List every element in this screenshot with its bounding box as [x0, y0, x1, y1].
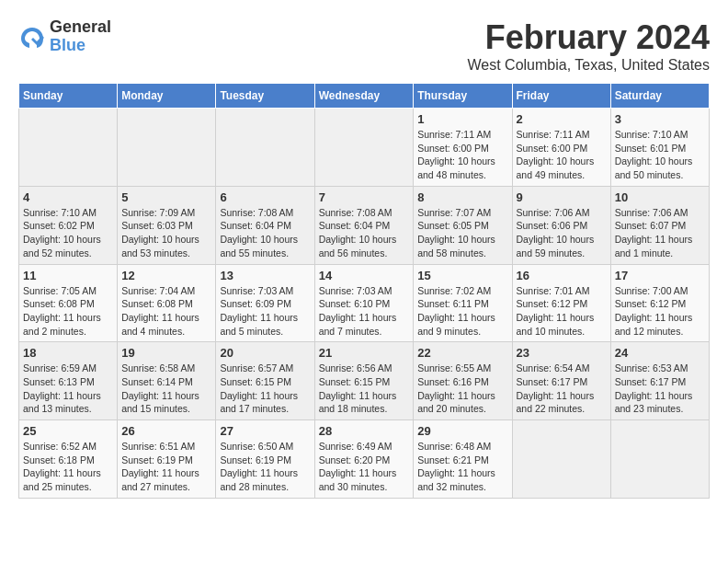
day-info: Sunrise: 6:51 AM Sunset: 6:19 PM Dayligh…	[121, 440, 211, 494]
weekday-header-thursday: Thursday	[414, 84, 512, 109]
logo-icon	[18, 23, 46, 51]
weekday-header-sunday: Sunday	[19, 84, 118, 109]
day-info: Sunrise: 6:57 AM Sunset: 6:15 PM Dayligh…	[220, 362, 310, 416]
day-number: 1	[417, 112, 507, 126]
calendar-cell: 14Sunrise: 7:03 AM Sunset: 6:10 PM Dayli…	[314, 264, 414, 342]
day-number: 8	[417, 190, 507, 204]
day-number: 24	[615, 346, 705, 360]
calendar-cell: 9Sunrise: 7:06 AM Sunset: 6:06 PM Daylig…	[512, 186, 610, 264]
calendar-week-5: 25Sunrise: 6:52 AM Sunset: 6:18 PM Dayli…	[19, 420, 710, 499]
month-year-title: February 2024	[467, 18, 710, 57]
calendar-cell: 23Sunrise: 6:54 AM Sunset: 6:17 PM Dayli…	[512, 342, 610, 420]
calendar-cell: 1Sunrise: 7:11 AM Sunset: 6:00 PM Daylig…	[414, 109, 512, 187]
day-number: 12	[121, 269, 211, 282]
day-number: 20	[220, 346, 310, 360]
weekday-header-wednesday: Wednesday	[314, 84, 414, 109]
day-info: Sunrise: 7:06 AM Sunset: 6:06 PM Dayligh…	[517, 206, 607, 260]
logo: General Blue	[18, 18, 111, 55]
day-info: Sunrise: 6:58 AM Sunset: 6:14 PM Dayligh…	[121, 362, 211, 416]
day-number: 18	[23, 346, 113, 360]
calendar-cell: 12Sunrise: 7:04 AM Sunset: 6:08 PM Dayli…	[118, 264, 216, 342]
calendar-cell	[216, 109, 314, 187]
calendar-cell: 29Sunrise: 6:48 AM Sunset: 6:21 PM Dayli…	[414, 420, 512, 499]
calendar-cell: 19Sunrise: 6:58 AM Sunset: 6:14 PM Dayli…	[118, 342, 216, 420]
day-number: 17	[615, 269, 705, 282]
calendar-cell: 10Sunrise: 7:06 AM Sunset: 6:07 PM Dayli…	[610, 186, 709, 264]
calendar-cell: 28Sunrise: 6:49 AM Sunset: 6:20 PM Dayli…	[314, 420, 414, 499]
logo-text: General Blue	[50, 18, 111, 55]
day-info: Sunrise: 7:05 AM Sunset: 6:08 PM Dayligh…	[23, 284, 113, 339]
day-info: Sunrise: 7:01 AM Sunset: 6:12 PM Dayligh…	[517, 284, 607, 339]
calendar-cell: 3Sunrise: 7:10 AM Sunset: 6:01 PM Daylig…	[610, 109, 709, 187]
day-info: Sunrise: 7:10 AM Sunset: 6:01 PM Dayligh…	[615, 128, 705, 182]
day-info: Sunrise: 6:56 AM Sunset: 6:15 PM Dayligh…	[319, 362, 410, 416]
day-info: Sunrise: 7:03 AM Sunset: 6:10 PM Dayligh…	[319, 284, 410, 339]
weekday-header-saturday: Saturday	[610, 84, 709, 109]
day-number: 27	[220, 424, 310, 438]
calendar-cell	[512, 420, 610, 499]
day-number: 11	[23, 269, 113, 282]
calendar-cell: 17Sunrise: 7:00 AM Sunset: 6:12 PM Dayli…	[610, 264, 709, 342]
calendar-cell: 24Sunrise: 6:53 AM Sunset: 6:17 PM Dayli…	[610, 342, 709, 420]
day-number: 22	[417, 346, 507, 360]
day-number: 10	[615, 190, 705, 204]
calendar-cell	[19, 109, 118, 187]
calendar-cell: 7Sunrise: 7:08 AM Sunset: 6:04 PM Daylig…	[314, 186, 414, 264]
calendar-cell: 11Sunrise: 7:05 AM Sunset: 6:08 PM Dayli…	[19, 264, 118, 342]
day-number: 6	[220, 190, 310, 204]
calendar-week-4: 18Sunrise: 6:59 AM Sunset: 6:13 PM Dayli…	[19, 342, 710, 420]
day-number: 13	[220, 269, 310, 282]
weekday-header-tuesday: Tuesday	[216, 84, 314, 109]
calendar-week-1: 1Sunrise: 7:11 AM Sunset: 6:00 PM Daylig…	[19, 109, 710, 187]
day-info: Sunrise: 7:08 AM Sunset: 6:04 PM Dayligh…	[220, 206, 310, 260]
day-info: Sunrise: 7:00 AM Sunset: 6:12 PM Dayligh…	[615, 284, 705, 339]
day-info: Sunrise: 7:02 AM Sunset: 6:11 PM Dayligh…	[417, 284, 507, 339]
day-info: Sunrise: 7:11 AM Sunset: 6:00 PM Dayligh…	[517, 128, 607, 182]
calendar-cell: 2Sunrise: 7:11 AM Sunset: 6:00 PM Daylig…	[512, 109, 610, 187]
day-info: Sunrise: 6:53 AM Sunset: 6:17 PM Dayligh…	[615, 362, 705, 416]
day-number: 2	[517, 112, 607, 126]
day-number: 7	[319, 190, 410, 204]
weekday-header-monday: Monday	[118, 84, 216, 109]
title-block: February 2024 West Columbia, Texas, Unit…	[467, 18, 710, 74]
calendar-cell: 4Sunrise: 7:10 AM Sunset: 6:02 PM Daylig…	[19, 186, 118, 264]
day-info: Sunrise: 7:10 AM Sunset: 6:02 PM Dayligh…	[23, 206, 113, 260]
calendar-cell: 27Sunrise: 6:50 AM Sunset: 6:19 PM Dayli…	[216, 420, 314, 499]
weekday-header-row: SundayMondayTuesdayWednesdayThursdayFrid…	[19, 84, 710, 109]
calendar-week-2: 4Sunrise: 7:10 AM Sunset: 6:02 PM Daylig…	[19, 186, 710, 264]
day-number: 25	[23, 424, 113, 438]
day-number: 28	[319, 424, 410, 438]
calendar-cell: 20Sunrise: 6:57 AM Sunset: 6:15 PM Dayli…	[216, 342, 314, 420]
day-number: 16	[517, 269, 607, 282]
calendar-table: SundayMondayTuesdayWednesdayThursdayFrid…	[18, 83, 710, 499]
day-info: Sunrise: 6:54 AM Sunset: 6:17 PM Dayligh…	[517, 362, 607, 416]
day-info: Sunrise: 7:06 AM Sunset: 6:07 PM Dayligh…	[615, 206, 705, 260]
calendar-cell: 21Sunrise: 6:56 AM Sunset: 6:15 PM Dayli…	[314, 342, 414, 420]
day-info: Sunrise: 6:52 AM Sunset: 6:18 PM Dayligh…	[23, 440, 113, 494]
calendar-week-3: 11Sunrise: 7:05 AM Sunset: 6:08 PM Dayli…	[19, 264, 710, 342]
day-number: 14	[319, 269, 410, 282]
day-number: 21	[319, 346, 410, 360]
day-info: Sunrise: 7:11 AM Sunset: 6:00 PM Dayligh…	[417, 128, 507, 182]
day-number: 5	[121, 190, 211, 204]
calendar-cell: 18Sunrise: 6:59 AM Sunset: 6:13 PM Dayli…	[19, 342, 118, 420]
day-info: Sunrise: 7:07 AM Sunset: 6:05 PM Dayligh…	[417, 206, 507, 260]
weekday-header-friday: Friday	[512, 84, 610, 109]
day-info: Sunrise: 6:48 AM Sunset: 6:21 PM Dayligh…	[417, 440, 507, 494]
calendar-cell: 8Sunrise: 7:07 AM Sunset: 6:05 PM Daylig…	[414, 186, 512, 264]
location-subtitle: West Columbia, Texas, United States	[467, 57, 710, 74]
day-info: Sunrise: 7:08 AM Sunset: 6:04 PM Dayligh…	[319, 206, 410, 260]
calendar-cell: 26Sunrise: 6:51 AM Sunset: 6:19 PM Dayli…	[118, 420, 216, 499]
day-info: Sunrise: 6:55 AM Sunset: 6:16 PM Dayligh…	[417, 362, 507, 416]
calendar-cell: 16Sunrise: 7:01 AM Sunset: 6:12 PM Dayli…	[512, 264, 610, 342]
day-number: 26	[121, 424, 211, 438]
calendar-cell	[118, 109, 216, 187]
calendar-cell: 6Sunrise: 7:08 AM Sunset: 6:04 PM Daylig…	[216, 186, 314, 264]
day-number: 4	[23, 190, 113, 204]
day-info: Sunrise: 7:09 AM Sunset: 6:03 PM Dayligh…	[121, 206, 211, 260]
calendar-cell: 22Sunrise: 6:55 AM Sunset: 6:16 PM Dayli…	[414, 342, 512, 420]
day-number: 23	[517, 346, 607, 360]
day-info: Sunrise: 6:50 AM Sunset: 6:19 PM Dayligh…	[220, 440, 310, 494]
day-info: Sunrise: 7:04 AM Sunset: 6:08 PM Dayligh…	[121, 284, 211, 339]
day-number: 3	[615, 112, 705, 126]
